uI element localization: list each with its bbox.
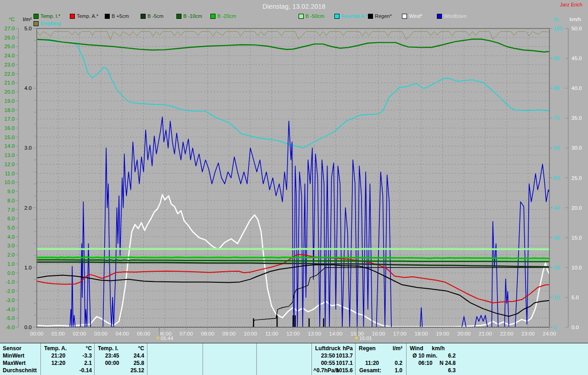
svg-text:13:00: 13:00 [308,331,321,336]
svg-text:2.0: 2.0 [7,252,15,257]
sun-time-label: 05:44 [161,336,174,341]
svg-text:km/h: km/h [570,17,581,22]
svg-text:19.0: 19.0 [5,98,15,104]
svg-text:45.0: 45.0 [571,56,582,61]
legend-swatch-empfang [34,21,39,26]
table-cell: 2.1 [70,360,92,367]
svg-text:10:00: 10:00 [244,331,257,336]
legend-swatch-wind [402,14,407,19]
svg-text:9.0: 9.0 [7,189,15,194]
legend-item-windboeen[interactable]: Windböen [437,13,467,19]
svg-text:08:00: 08:00 [201,331,215,336]
svg-text:0.0: 0.0 [571,325,579,330]
svg-text:11.0: 11.0 [5,171,15,176]
table-cell: 0.2 [377,360,402,367]
series-b_minus50 [37,249,549,249]
svg-text:27.0: 27.0 [5,26,15,31]
col-header-temp-i: Temp. I. [98,345,125,352]
table-cell: N 24.8 [430,360,456,367]
svg-text:22:00: 22:00 [500,331,514,336]
svg-text:10.0: 10.0 [5,179,15,185]
legend-item-temp-a[interactable]: Temp. A.* [70,13,98,19]
svg-text:60: 60 [554,145,560,151]
table-corner-label: Sensor [3,345,40,352]
legend-label: Regen* [375,13,392,19]
table-cell: 1.0 [377,367,402,374]
legend-label: Empfang [40,21,61,26]
legend-item-regen[interactable]: Regen* [368,13,392,19]
page-title: Dienstag, 13.02.2018 [0,3,588,10]
svg-text:5.0: 5.0 [7,225,15,230]
row-header-maxwert: MaxWert [3,360,40,367]
svg-text:30: 30 [554,235,560,241]
legend-item-b-minus20[interactable]: B -20cm [210,13,236,19]
legend-label: B +5cm [112,13,129,19]
legend-swatch-regen [368,14,373,19]
legend-item-b-minus10[interactable]: B -10cm [176,13,202,19]
legend-swatch-b-minus20 [210,14,215,19]
sunrise-icon: ☀ [156,336,160,341]
legend-item-b-minus50[interactable]: B -50cm [299,13,324,19]
legend-item-b-minus5[interactable]: B -5cm [141,13,164,19]
svg-text:15.0: 15.0 [5,134,15,140]
col-unit-temp-i: °C [124,345,144,352]
legend-swatch-b-minus50 [299,14,304,19]
statistics-table: Sensor MinWert MaxWert Durchschnitt Temp… [0,343,588,375]
svg-text:40.0: 40.0 [571,85,582,91]
legend-item-b-plus5[interactable]: B +5cm [105,13,129,19]
svg-text:04:00: 04:00 [116,331,129,336]
col-header-temp-a: Temp. A. [44,345,72,352]
svg-text:1.0: 1.0 [7,261,15,267]
table-cell: -3.3 [70,353,92,359]
svg-text:0.0: 0.0 [24,325,32,330]
table-cell: 1013.7 [327,353,353,359]
legend-label: Feuchte A.* [341,13,368,19]
svg-text:20.0: 20.0 [5,89,15,95]
col-unit-regen: l/m² [380,345,402,352]
owner-name: Jarz Erich [560,2,582,7]
legend-label: B -50cm [305,13,324,19]
legend-item-temp-i[interactable]: Temp. I.* [34,13,60,19]
svg-text:%: % [554,17,558,22]
svg-text:40: 40 [554,205,560,211]
svg-text:17.0: 17.0 [5,116,15,122]
svg-text:22.0: 22.0 [5,71,15,77]
legend-swatch-windboeen [437,14,442,19]
table-cell: 6.3 [430,367,456,374]
col-unit-temp-a: °C [72,345,92,352]
svg-text:16:00: 16:00 [372,331,385,336]
legend-label: B -20cm [217,13,236,19]
svg-text:23:00: 23:00 [521,331,535,336]
legend-item-empfang[interactable]: Empfang [34,21,61,26]
legend-label: Wind* [409,13,422,19]
svg-text:90: 90 [554,56,560,61]
table-cell: 25.8 [122,360,144,367]
legend-item-feuchte[interactable]: Feuchte A.* [334,13,368,19]
svg-text:13.0: 13.0 [5,152,15,158]
legend-item-wind[interactable]: Wind* [402,13,422,19]
table-cell: 25.12 [122,367,144,374]
svg-text:01:00: 01:00 [51,331,65,336]
svg-text:12:00: 12:00 [287,331,300,336]
legend-swatch-b-minus10 [176,14,181,19]
svg-text:17:00: 17:00 [393,331,407,336]
sun-time-label: 15:01 [359,336,372,341]
svg-text:05:00: 05:00 [137,331,150,336]
svg-text:3.0: 3.0 [24,145,32,151]
svg-text:-2.0: -2.0 [6,288,15,294]
svg-text:26.0: 26.0 [5,35,15,40]
sunset-marker: ▼15:01 [354,336,372,341]
svg-text:30.0: 30.0 [571,145,582,151]
svg-text:02:00: 02:00 [73,331,86,336]
legend-swatch-feuchte [334,14,339,19]
table-cell: -0.14 [70,367,92,374]
svg-text:-4.0: -4.0 [6,307,15,312]
svg-text:12.0: 12.0 [5,162,15,167]
svg-text:20:00: 20:00 [458,331,471,336]
chart-area: 27.026.025.024.023.022.021.020.019.018.0… [0,0,588,343]
svg-text:16.0: 16.0 [5,125,15,131]
svg-text:l/m²: l/m² [23,17,32,22]
svg-text:35.0: 35.0 [571,115,582,121]
legend-label: B -5cm [147,13,164,19]
weather-chart: 27.026.025.024.023.022.021.020.019.018.0… [0,0,588,343]
